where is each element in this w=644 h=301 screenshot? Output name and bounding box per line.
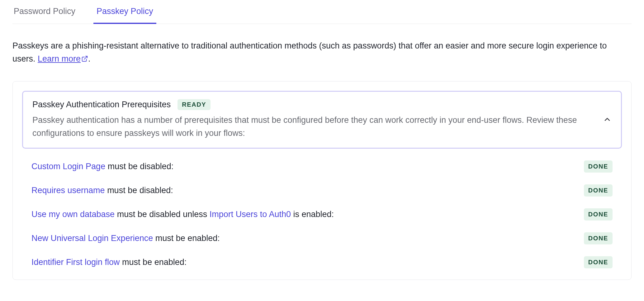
prereq-item: Identifier First login flow must be enab… <box>31 256 613 268</box>
ready-badge: READY <box>178 99 211 110</box>
prerequisites-description: Passkey authentication has a number of p… <box>32 114 594 140</box>
requires-username-link[interactable]: Requires username <box>31 186 105 195</box>
import-users-link[interactable]: Import Users to Auth0 <box>210 210 291 219</box>
tab-password-policy[interactable]: Password Policy <box>12 1 77 24</box>
prerequisites-card: Passkey Authentication Prerequisites REA… <box>12 81 632 280</box>
done-badge: DONE <box>584 256 613 268</box>
custom-login-page-link[interactable]: Custom Login Page <box>31 162 105 171</box>
tabs: Password Policy Passkey Policy <box>12 0 632 24</box>
chevron-up-icon <box>603 115 612 124</box>
prereq-item: New Universal Login Experience must be e… <box>31 232 613 244</box>
new-universal-login-link[interactable]: New Universal Login Experience <box>31 234 153 243</box>
prereq-item-text: must be disabled unless <box>115 210 210 219</box>
tab-passkey-policy[interactable]: Passkey Policy <box>95 1 154 24</box>
external-link-icon <box>81 55 88 62</box>
prereq-item-text: must be enabled: <box>153 234 220 243</box>
done-badge: DONE <box>584 184 613 197</box>
svg-line-0 <box>84 56 87 59</box>
done-badge: DONE <box>584 160 613 173</box>
prerequisites-header[interactable]: Passkey Authentication Prerequisites REA… <box>22 91 622 149</box>
prereq-item: Custom Login Page must be disabled: DONE <box>31 160 613 173</box>
learn-more-link[interactable]: Learn more <box>38 54 88 63</box>
done-badge: DONE <box>584 208 613 220</box>
intro-text: Passkeys are a phishing-resistant altern… <box>12 39 632 66</box>
prereq-item-text: must be disabled: <box>105 162 173 171</box>
intro-period: . <box>88 54 91 63</box>
prereq-item-text: must be enabled: <box>120 257 187 267</box>
prereq-item-text: must be disabled: <box>105 186 173 195</box>
intro-body: Passkeys are a phishing-resistant altern… <box>12 41 607 63</box>
done-badge: DONE <box>584 232 613 244</box>
prereq-item: Requires username must be disabled: DONE <box>31 184 613 197</box>
prerequisites-list: Custom Login Page must be disabled: DONE… <box>22 159 622 268</box>
prerequisites-title: Passkey Authentication Prerequisites <box>32 100 171 109</box>
identifier-first-login-link[interactable]: Identifier First login flow <box>31 257 120 267</box>
prereq-item: Use my own database must be disabled unl… <box>31 208 613 220</box>
prereq-item-tail: is enabled: <box>291 210 334 219</box>
use-own-database-link[interactable]: Use my own database <box>31 210 115 219</box>
